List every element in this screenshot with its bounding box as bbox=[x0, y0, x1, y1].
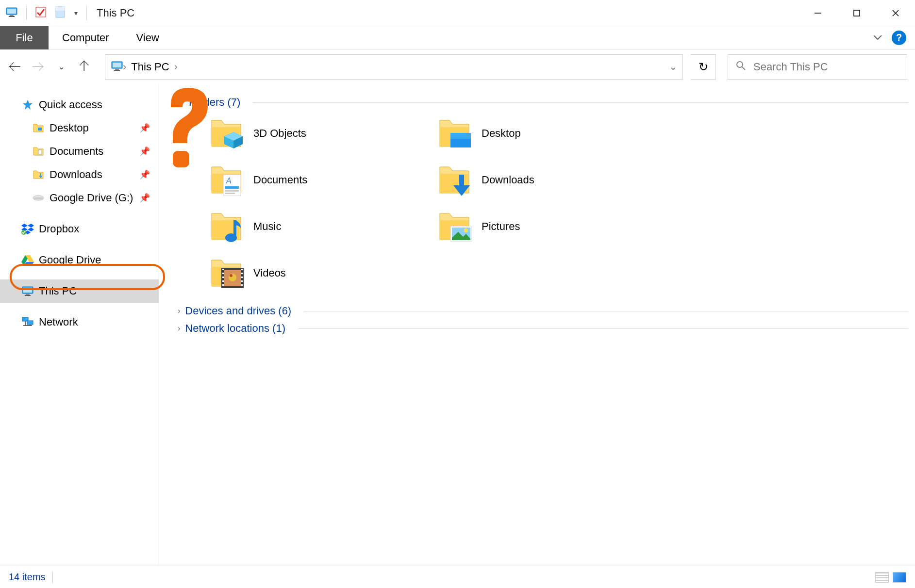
tab-view[interactable]: View bbox=[123, 26, 173, 49]
folder-item-downloads[interactable]: Downloads bbox=[438, 165, 661, 195]
folder-item-label: Pictures bbox=[482, 220, 520, 233]
window-title: This PC bbox=[97, 7, 134, 19]
breadcrumb[interactable]: This PC bbox=[131, 61, 169, 73]
folder-item-label: Desktop bbox=[482, 127, 521, 140]
explorer-window: ▾ This PC File Computer View ? bbox=[0, 0, 915, 588]
svg-rect-1 bbox=[7, 9, 16, 14]
folder-item-desktop[interactable]: Desktop bbox=[438, 118, 661, 148]
sidebar-item-label: This PC bbox=[39, 285, 77, 297]
close-button[interactable] bbox=[876, 0, 915, 26]
folder-item-videos[interactable]: Videos bbox=[210, 258, 433, 288]
svg-rect-68 bbox=[241, 284, 243, 286]
svg-text:A: A bbox=[226, 177, 232, 185]
refresh-button[interactable]: ↻ bbox=[691, 54, 716, 80]
svg-point-15 bbox=[737, 62, 743, 67]
breadcrumb-separator-icon[interactable]: › bbox=[123, 61, 126, 73]
breadcrumb-separator-icon[interactable]: › bbox=[174, 61, 178, 73]
sidebar-item-label: Google Drive bbox=[39, 254, 101, 266]
svg-rect-49 bbox=[225, 193, 235, 194]
sidebar-item-google-drive-g[interactable]: Google Drive (G:) 📌 bbox=[0, 186, 159, 210]
sidebar-item-google-drive[interactable]: Google Drive bbox=[0, 248, 159, 272]
svg-line-16 bbox=[742, 67, 745, 70]
svg-rect-4 bbox=[36, 7, 46, 17]
folder-item-documents[interactable]: A Documents bbox=[210, 165, 433, 195]
sidebar-item-dropbox[interactable]: Dropbox bbox=[0, 217, 159, 241]
svg-rect-18 bbox=[38, 128, 42, 131]
folder-icon bbox=[210, 258, 243, 288]
window-controls bbox=[799, 0, 915, 26]
nav-forward-button[interactable]: 🡢 bbox=[31, 59, 45, 74]
svg-marker-22 bbox=[21, 224, 28, 228]
file-tab[interactable]: File bbox=[0, 26, 49, 49]
svg-point-57 bbox=[229, 274, 236, 281]
sidebar-item-label: Network bbox=[39, 316, 78, 328]
section-folders-header[interactable]: ⌄ Folders (7) bbox=[171, 96, 915, 109]
folder-item-label: Music bbox=[253, 220, 281, 233]
sidebar-item-desktop[interactable]: Desktop 📌 bbox=[0, 116, 159, 140]
nav-buttons: 🡠 🡢 ⌄ 🡡 bbox=[8, 59, 91, 74]
folder-icon bbox=[32, 145, 45, 158]
svg-rect-8 bbox=[854, 10, 860, 16]
nav-up-button[interactable]: 🡡 bbox=[78, 59, 91, 74]
svg-rect-12 bbox=[113, 63, 121, 67]
sidebar-item-label: Quick access bbox=[39, 98, 102, 111]
network-icon bbox=[21, 316, 34, 328]
section-label: Devices and drives (6) bbox=[185, 305, 291, 317]
qat-customize-caret[interactable]: ▾ bbox=[74, 9, 78, 17]
sidebar: Quick access Desktop 📌 Documents 📌 Downl… bbox=[0, 84, 159, 566]
svg-rect-66 bbox=[241, 277, 243, 278]
navigation-row: 🡠 🡢 ⌄ 🡡 ›This PC› ⌄ ↻ bbox=[0, 49, 915, 84]
sidebar-item-label: Downloads bbox=[50, 168, 102, 181]
pin-icon: 📌 bbox=[139, 146, 150, 157]
svg-rect-2 bbox=[10, 15, 14, 16]
minimize-button[interactable] bbox=[799, 0, 837, 26]
sidebar-item-downloads[interactable]: Downloads 📌 bbox=[0, 163, 159, 186]
svg-rect-65 bbox=[241, 273, 243, 274]
nav-back-button[interactable]: 🡠 bbox=[8, 59, 21, 74]
qat-properties-icon[interactable] bbox=[35, 7, 46, 19]
svg-rect-14 bbox=[114, 70, 120, 71]
sidebar-item-network[interactable]: Network bbox=[0, 310, 159, 334]
folder-icon bbox=[438, 165, 471, 195]
sidebar-item-documents[interactable]: Documents 📌 bbox=[0, 140, 159, 163]
svg-rect-36 bbox=[27, 321, 33, 325]
sidebar-quick-access[interactable]: Quick access bbox=[0, 93, 159, 116]
pin-icon: 📌 bbox=[139, 193, 150, 203]
folder-icon bbox=[438, 118, 471, 148]
folder-item-label: Downloads bbox=[482, 174, 534, 186]
nav-history-dropdown[interactable]: ⌄ bbox=[54, 62, 68, 71]
ribbon: File Computer View ? bbox=[0, 26, 915, 49]
title-bar: ▾ This PC bbox=[0, 0, 915, 26]
search-input[interactable] bbox=[752, 60, 899, 74]
svg-rect-64 bbox=[241, 269, 243, 270]
svg-rect-44 bbox=[450, 133, 471, 139]
folder-item-pictures[interactable]: Pictures bbox=[438, 212, 661, 242]
help-button[interactable]: ? bbox=[892, 31, 906, 45]
section-devices-header[interactable]: › Devices and drives (6) bbox=[171, 305, 915, 317]
svg-rect-48 bbox=[225, 190, 239, 192]
view-large-icons-button[interactable] bbox=[893, 572, 906, 583]
divider bbox=[26, 6, 27, 20]
sidebar-item-this-pc[interactable]: This PC bbox=[0, 279, 159, 303]
search-box[interactable] bbox=[728, 54, 907, 80]
svg-marker-23 bbox=[28, 224, 34, 228]
ribbon-collapse-chevron-icon[interactable] bbox=[872, 32, 883, 43]
search-icon bbox=[736, 61, 746, 73]
folder-item-3d-objects[interactable]: 3D Objects bbox=[210, 118, 433, 148]
qat-newfolder-icon[interactable] bbox=[55, 6, 66, 20]
svg-rect-3 bbox=[9, 16, 15, 17]
view-details-button[interactable] bbox=[875, 572, 889, 583]
address-bar[interactable]: ›This PC› ⌄ bbox=[105, 54, 683, 80]
svg-rect-63 bbox=[222, 284, 224, 286]
section-label: Folders (7) bbox=[189, 96, 240, 109]
section-network-locations-header[interactable]: › Network locations (1) bbox=[171, 322, 915, 335]
folder-item-label: Videos bbox=[253, 267, 286, 279]
chevron-right-icon: › bbox=[178, 307, 180, 315]
pc-icon bbox=[6, 7, 17, 19]
sidebar-item-label: Desktop bbox=[50, 122, 89, 134]
maximize-button[interactable] bbox=[837, 0, 876, 26]
divider bbox=[86, 6, 87, 20]
address-dropdown[interactable]: ⌄ bbox=[669, 62, 677, 72]
tab-computer[interactable]: Computer bbox=[49, 26, 123, 49]
folder-item-music[interactable]: Music bbox=[210, 212, 433, 242]
